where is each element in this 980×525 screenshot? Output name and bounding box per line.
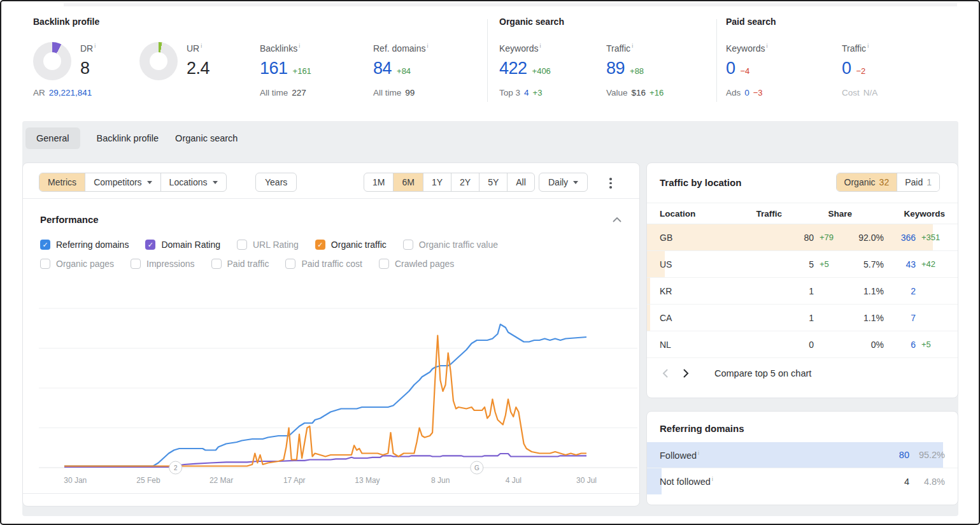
more-options-kebab-icon[interactable] <box>606 174 616 192</box>
checkbox-paid-traffic-cost[interactable]: Paid traffic cost <box>285 259 362 269</box>
checkbox-organic-pages[interactable]: Organic pages <box>40 259 114 269</box>
dr-label: DR <box>80 43 93 54</box>
checkbox-label: Paid traffic cost <box>301 259 362 269</box>
range-button-1y[interactable]: 1Y <box>423 173 451 191</box>
checkbox-impressions[interactable]: Impressions <box>131 259 194 269</box>
paid-traffic-delta: −2 <box>856 66 866 76</box>
range-button-2y[interactable]: 2Y <box>451 173 479 191</box>
ar-value-link[interactable]: 29,221,841 <box>49 88 92 97</box>
range-button-6m[interactable]: 6M <box>393 173 422 191</box>
ref-domains-row-followed[interactable]: Followedi8095.2% <box>647 442 958 468</box>
dr-donut-gauge <box>33 42 71 80</box>
value-delta: +16 <box>650 88 664 97</box>
ref-domains-value-link[interactable]: 84 <box>373 59 392 78</box>
locations-button[interactable]: Locations <box>160 173 226 191</box>
range-button-1m[interactable]: 1M <box>364 173 393 191</box>
top3-delta: +3 <box>533 88 543 97</box>
location-row-gb[interactable]: GB80+7992.0%366+351 <box>647 224 958 251</box>
x-axis-label: 8 Jun <box>431 476 450 485</box>
ref-domains-metric: Ref. domainsi 84+84 <box>373 43 428 78</box>
next-page-chevron-icon[interactable] <box>683 369 689 378</box>
checkbox-referring-domains[interactable]: ✓Referring domains <box>40 240 129 250</box>
ads-value[interactable]: 0 <box>744 88 749 97</box>
ref-domains-alltime-row: All time 99 <box>373 88 415 97</box>
traffic-delta-cell: +79 <box>814 233 843 242</box>
share-bar <box>647 305 650 331</box>
backlinks-value-link[interactable]: 161 <box>260 59 288 78</box>
organic-traffic-delta: +88 <box>630 66 644 76</box>
traffic-cell: 5 <box>782 259 814 270</box>
value-label: Value <box>606 88 628 97</box>
keywords-cell[interactable]: 366 <box>884 233 916 243</box>
paid-keywords-value-link[interactable]: 0 <box>726 59 735 78</box>
info-icon[interactable]: i <box>712 476 713 482</box>
card-divider <box>23 198 639 199</box>
info-icon[interactable]: i <box>698 450 699 456</box>
range-button-5y[interactable]: 5Y <box>479 173 507 191</box>
checkbox-url-rating[interactable]: URL Rating <box>237 240 299 250</box>
checkbox-organic-traffic[interactable]: ✓Organic traffic <box>315 240 387 250</box>
share-cell: 92.0% <box>843 233 884 243</box>
competitors-button[interactable]: Competitors <box>85 173 160 191</box>
row-value[interactable]: 80 <box>884 450 909 460</box>
metric-checkboxes: ✓Referring domains✓Domain RatingURL Rati… <box>40 240 498 269</box>
tab-organic-search[interactable]: Organic search <box>175 127 238 149</box>
traffic-by-location-card: Traffic by location Organic 32 Paid 1 Lo… <box>646 162 958 398</box>
location-cell: NL <box>660 340 782 350</box>
chart-event-marker-g[interactable]: G <box>471 461 483 474</box>
organic-traffic-metric: Traffici 89+88 <box>606 43 644 78</box>
compare-top5-link[interactable]: Compare top 5 on chart <box>714 368 811 378</box>
keywords-cell[interactable]: 6 <box>884 340 916 350</box>
chart-event-marker-2[interactable]: 2 <box>169 461 182 474</box>
info-icon[interactable]: i <box>632 43 633 49</box>
organic-count: 32 <box>879 177 890 187</box>
info-icon[interactable]: i <box>427 43 428 49</box>
keywords-cell[interactable]: 43 <box>884 259 916 270</box>
performance-chart[interactable]: 2G30 Jan25 Feb22 Mar17 Apr13 May8 Jun4 J… <box>39 298 637 489</box>
location-row-ca[interactable]: CA11.1%7 <box>647 305 958 331</box>
checkbox-paid-traffic[interactable]: Paid traffic <box>211 259 269 269</box>
granularity-dropdown[interactable]: Daily <box>539 173 588 192</box>
ref-domains-row-not-followed[interactable]: Not followedi44.8% <box>647 468 958 494</box>
x-axis-label: 4 Jul <box>506 476 522 485</box>
location-cell: US <box>660 259 782 270</box>
checkbox-label: Organic traffic <box>331 240 387 250</box>
x-axis-label: 13 May <box>355 476 380 485</box>
checkbox-organic-traffic-value[interactable]: Organic traffic value <box>403 240 498 250</box>
keywords-cell[interactable]: 2 <box>884 286 916 296</box>
checkbox-domain-rating[interactable]: ✓Domain Rating <box>145 240 220 250</box>
paid-traffic-value-link[interactable]: 0 <box>842 59 851 78</box>
location-row-kr[interactable]: KR11.1%2 <box>647 278 958 305</box>
tab-backlink-profile[interactable]: Backlink profile <box>97 127 159 149</box>
tab-general[interactable]: General <box>25 127 80 149</box>
keywords-cell[interactable]: 7 <box>884 313 916 323</box>
backlinks-metric: Backlinksi 161+161 <box>260 43 311 78</box>
info-icon[interactable]: i <box>766 43 767 49</box>
top3-label: Top 3 <box>499 88 520 97</box>
paid-traffic-metric: Traffici 0−2 <box>842 43 869 78</box>
header-divider <box>716 19 717 102</box>
years-button[interactable]: Years <box>255 173 297 192</box>
info-icon[interactable]: i <box>867 43 869 49</box>
checkbox-label: Impressions <box>146 259 194 269</box>
location-row-us[interactable]: US5+55.7%43+42 <box>647 251 958 278</box>
metrics-button[interactable]: Metrics <box>39 173 85 191</box>
toggle-organic[interactable]: Organic 32 <box>837 173 897 191</box>
prev-page-chevron-icon[interactable] <box>662 369 668 378</box>
organic-keywords-value-link[interactable]: 422 <box>499 59 527 78</box>
info-icon[interactable]: i <box>94 43 96 49</box>
toggle-paid[interactable]: Paid 1 <box>897 173 939 191</box>
range-button-all[interactable]: All <box>507 173 534 191</box>
collapse-chevron-up-icon[interactable] <box>613 217 621 222</box>
info-icon[interactable]: i <box>201 43 202 49</box>
info-icon[interactable]: i <box>539 43 541 49</box>
row-value: 4 <box>884 477 909 487</box>
top3-value[interactable]: 4 <box>524 88 529 97</box>
checked-checkbox-icon: ✓ <box>145 240 155 250</box>
ahrefs-overview-page: Backlink profile DRi 8 AR 29,221,841 URi… <box>0 0 980 525</box>
info-icon[interactable]: i <box>299 43 300 49</box>
location-row-nl[interactable]: NL00%6+5 <box>647 331 958 358</box>
checkbox-crawled-pages[interactable]: Crawled pages <box>379 259 454 269</box>
dr-metric: DRi 8 <box>80 43 96 78</box>
organic-traffic-value-link[interactable]: 89 <box>606 59 625 78</box>
